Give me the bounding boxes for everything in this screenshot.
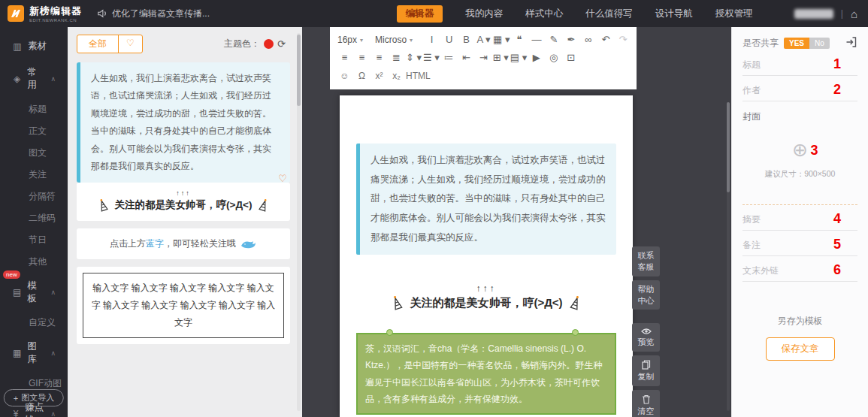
outdent-button[interactable]: ⇤ (458, 50, 475, 65)
fullscreen-button[interactable]: ⊡ (562, 50, 579, 65)
emoji-button[interactable]: ☺ (336, 68, 353, 83)
subscript-button[interactable]: x₂ (388, 68, 405, 83)
undo-button[interactable]: ↶ (597, 32, 615, 47)
sidebar-group-template-header[interactable]: new ▤ 模板 ∧ (0, 273, 68, 312)
username-redacted[interactable] (794, 9, 833, 19)
sidebar-sub-item[interactable]: 正文 (0, 120, 68, 142)
favorites-filter-button[interactable]: ♡ (118, 35, 142, 53)
insert-table-button[interactable]: ⊞ ▾ (492, 50, 510, 65)
sidebar-sub-item[interactable]: 二维码 (0, 207, 68, 229)
font-family-value: Microso (375, 35, 407, 45)
sidebar-sub-item[interactable]: 其他 (0, 251, 68, 273)
sidebar-group-template: new ▤ 模板 ∧ 自定义 (0, 273, 68, 334)
underline-button[interactable]: U (440, 32, 458, 47)
contact-support-button[interactable]: 联系 客服 (632, 246, 660, 276)
search-replace-button[interactable]: ◎ (545, 50, 562, 65)
newrank-logo-icon (8, 5, 24, 22)
selection-handle[interactable] (572, 329, 579, 336)
nav-item-style-center[interactable]: 样式中心 (525, 8, 563, 20)
ordered-list-button[interactable]: ≔ (440, 50, 458, 65)
share-no-button[interactable]: No (809, 38, 830, 49)
announcement-banner[interactable]: 优化了编辑器文章传播... (97, 8, 210, 20)
sidebar-sub-item[interactable]: 图文 (0, 142, 68, 164)
follow-text: 关注的都是美女帅哥，哼(>Д<) (410, 296, 562, 310)
home-icon[interactable]: ⌂ (851, 8, 857, 20)
sign-pen-button[interactable]: ✒ (563, 32, 580, 47)
nav-item-design-nav[interactable]: 设计导航 (655, 8, 693, 20)
step-annotation-5: 5 (833, 237, 841, 252)
save-article-button[interactable]: 保存文章 (766, 337, 835, 361)
page-follow-block[interactable]: ↑↑↑ 关注的都是美女帅哥，哼(>Д<) (356, 283, 616, 310)
insert-link-button[interactable]: ∞ (580, 32, 597, 47)
sidebar-group-common-header[interactable]: ◈ 常用 ∧ (0, 59, 68, 98)
share-yes-button[interactable]: YES (784, 38, 809, 49)
indent-button[interactable]: ⇥ (475, 50, 492, 65)
font-color-button[interactable]: A ▾ (475, 32, 492, 47)
clear-button[interactable]: 清空 (632, 390, 660, 417)
omega-button[interactable]: Ω (353, 68, 370, 83)
theme-color-swatch[interactable] (264, 39, 274, 49)
font-family-select[interactable]: Microso ▾ (374, 33, 417, 47)
exit-icon[interactable] (845, 36, 857, 50)
insert-media-button[interactable]: ▤ ▾ (510, 50, 528, 65)
align-right-button[interactable]: ≡ (370, 50, 388, 65)
click-text-pre: 点击上方 (110, 238, 146, 249)
scrollbar-thumb[interactable] (727, 102, 730, 192)
format-brush-button[interactable]: ✎ (546, 32, 563, 47)
redo-button[interactable]: ↷ (615, 32, 632, 47)
import-article-button[interactable]: + 图文导入 (4, 389, 64, 406)
align-left-button[interactable]: ≡ (336, 50, 353, 65)
editor-page[interactable]: 人生如戏，我们上演着悲欢离合，试过欢声笑语，也试过痛哭流涕；人生如戏，我们经历过… (340, 95, 633, 417)
layers-icon: ◈ (12, 74, 22, 84)
superscript-button[interactable]: x² (370, 68, 388, 83)
placeholder-text-box: 输入文字 输入文字 输入文字 输入文字 输入文字 输入文字 输入文字 输入文字 … (83, 273, 284, 337)
style-card-quote[interactable]: 人生如戏，我们上演着悲欢离合，试过欢声笑语，也试过痛哭流涕；人生如戏，我们经历过… (77, 62, 290, 183)
selected-text-block[interactable]: 茶，汉语词汇，音cha（学名：Camellia sinensis (L.) O.… (356, 333, 616, 415)
bullet-list-button[interactable]: ☰ ▾ (422, 50, 440, 65)
sidebar-item-material[interactable]: ▥ 素材 (0, 33, 68, 59)
style-card-click-follow[interactable]: 点击上方蓝字，即可轻松关注哦 (77, 228, 290, 259)
cover-upload-box[interactable]: ⊕ 3 建议尺寸：900×500 (742, 123, 857, 197)
theme-refresh-icon[interactable]: ⟳ (277, 38, 286, 50)
style-panel-scrollbar (297, 33, 301, 411)
sidebar-sub-item[interactable]: 自定义 (0, 312, 68, 334)
font-size-select[interactable]: 16px ▾ (336, 33, 367, 47)
horizontal-rule-button[interactable]: — (528, 32, 546, 47)
align-justify-button[interactable]: ≣ (388, 50, 405, 65)
align-center-button[interactable]: ≡ (353, 50, 370, 65)
sidebar-sub-item[interactable]: 分隔符 (0, 186, 68, 207)
style-quote-text: 人生如戏，我们上演着悲欢离合，试过欢声笑语，也试过痛哭流涕；人生如戏，我们经历过… (91, 73, 271, 171)
italic-button[interactable]: I (423, 32, 440, 47)
copy-button[interactable]: 复制 (632, 355, 660, 386)
preview-button[interactable]: 预览 (632, 323, 660, 352)
sidebar-item-label: 素材 (28, 40, 47, 53)
nav-item-worth-writing[interactable]: 什么值得写 (585, 8, 633, 20)
sidebar-sub-item[interactable]: 节日 (0, 229, 68, 251)
nav-item-editor[interactable]: 编辑器 (397, 5, 443, 23)
help-center-button[interactable]: 帮助 中心 (632, 280, 660, 310)
scrollbar-thumb[interactable] (297, 35, 301, 106)
blockquote-button[interactable]: ❝ (511, 32, 528, 47)
line-height-button[interactable]: ⇕ ▾ (405, 50, 422, 65)
newrank-logo[interactable]: 新榜编辑器 EDIT.NEWRANK.CN (8, 5, 82, 23)
nav-item-auth-manage[interactable]: 授权管理 (715, 8, 753, 20)
insert-video-button[interactable]: ▶ (528, 50, 545, 65)
selection-handle[interactable] (386, 329, 393, 336)
filter-all-button[interactable]: 全部 (77, 35, 118, 53)
sidebar-sub-item[interactable]: 关注 (0, 164, 68, 186)
sidebar-group-common: ◈ 常用 ∧ 标题正文图文关注分隔符二维码节日其他 (0, 59, 68, 273)
insert-image-button[interactable]: ▦ ▾ (492, 32, 510, 47)
bold-button[interactable]: B (458, 32, 475, 47)
page-quote-block[interactable]: 人生如戏，我们上演着悲欢离合，试过欢声笑语，也试过痛哭流涕；人生如戏，我们经历过… (356, 144, 616, 255)
like-heart-icon[interactable]: ♡ (278, 169, 287, 188)
coin-icon: ¥ (12, 409, 20, 417)
style-card-follow[interactable]: ↑↑↑ 关注的都是美女帅哥，哼(>Д<) (77, 183, 290, 221)
save-as-template-link[interactable]: 另存为模板 (742, 315, 857, 328)
nav-item-my-content[interactable]: 我的内容 (465, 8, 503, 20)
sidebar-sub-item[interactable]: 标题 (0, 98, 68, 120)
sidebar-group-label: 常用 (27, 66, 45, 92)
html-button[interactable]: HTML (405, 68, 431, 83)
sidebar-group-gallery-header[interactable]: ▦ 图库 ∧ (0, 334, 68, 373)
style-card-text-placeholder[interactable]: 输入文字 输入文字 输入文字 输入文字 输入文字 输入文字 输入文字 输入文字 … (77, 267, 290, 343)
chevron-up-icon: ∧ (50, 289, 56, 296)
